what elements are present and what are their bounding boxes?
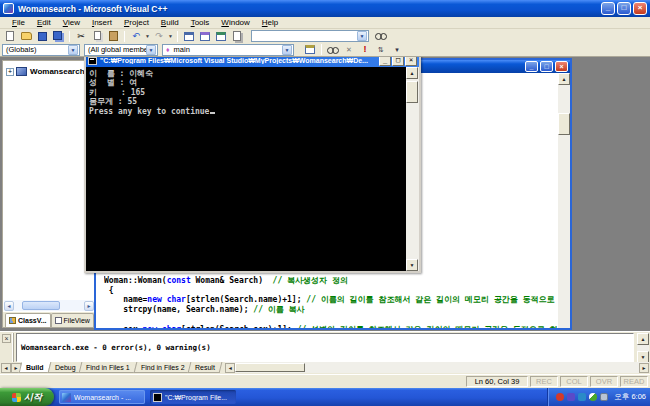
paste-button[interactable] <box>105 30 121 43</box>
output-pane[interactable]: Womansearch.exe - 0 error(s), 0 warning(… <box>16 333 634 362</box>
taskbar-item-vcpp[interactable]: Womansearch - ... <box>59 390 145 404</box>
tray-alert-icon[interactable] <box>556 393 564 401</box>
scroll-up-icon[interactable]: ▲ <box>637 333 649 345</box>
menu-arrow-icon: ▾ <box>395 46 399 53</box>
scroll-thumb[interactable] <box>558 113 570 135</box>
redo-dropdown[interactable]: ▼ <box>167 33 174 39</box>
tab-classview[interactable]: ClassV... <box>5 313 51 327</box>
output-vscrollbar[interactable]: ▲ ▼ <box>637 333 649 363</box>
wizard-bar: (Globals) ▼ (All global members) ▼ ♦ mai… <box>0 43 650 57</box>
scroll-down-icon[interactable]: ▼ <box>406 259 418 271</box>
start-button[interactable]: 시작 <box>0 388 54 406</box>
console-minimize-button[interactable]: _ <box>379 57 391 66</box>
workspace-tree-item[interactable]: + Womansearch <box>6 67 95 76</box>
editor-close-button[interactable]: × <box>555 61 568 72</box>
clock[interactable]: 오후 6:06 <box>614 392 646 402</box>
wizard-remove-button[interactable]: ✕ <box>341 43 357 56</box>
indicator-col: COL <box>560 376 588 387</box>
open-button[interactable] <box>18 30 34 43</box>
redo-button[interactable]: ↷ <box>151 30 167 43</box>
tab-find-in-files-2[interactable]: Find in Files 2 <box>133 362 191 373</box>
scroll-thumb[interactable] <box>406 81 418 103</box>
tree-expand-icon[interactable]: + <box>6 68 14 76</box>
scroll-thumb[interactable] <box>235 363 305 372</box>
tab-result[interactable]: Result <box>188 362 223 373</box>
main-titlebar[interactable]: Womansearch - Microsoft Visual C++ _ □ × <box>0 0 650 17</box>
menu-build[interactable]: Build <box>155 18 185 27</box>
console-maximize-button[interactable]: □ <box>392 57 404 66</box>
cut-button[interactable]: ✂ <box>73 30 89 43</box>
new-file-button[interactable] <box>2 30 18 43</box>
editor-minimize-button[interactable]: _ <box>525 61 538 72</box>
editor-restore-button[interactable]: □ <box>540 61 553 72</box>
console-cursor <box>210 112 215 114</box>
function-combo[interactable]: ♦ main ▼ <box>162 44 294 56</box>
menu-tools[interactable]: Tools <box>185 18 216 27</box>
tray-display-icon[interactable] <box>600 393 608 401</box>
scroll-left-icon[interactable]: ◄ <box>225 363 235 373</box>
console-line: 성 별 : 여 <box>89 78 406 87</box>
output-pane-button[interactable] <box>197 30 213 43</box>
undo-button[interactable]: ↶ <box>128 30 144 43</box>
menu-project[interactable]: Project <box>118 18 155 27</box>
menu-view[interactable]: View <box>57 18 86 27</box>
taskbar-item-console[interactable]: "C:₩Program File... <box>150 390 236 404</box>
window-list-button[interactable] <box>213 30 229 43</box>
standard-toolbar: ✂ ↶ ▼ ↷ ▼ ▼ <box>0 29 650 43</box>
console-window[interactable]: "C:₩Program Files₩Microsoft Visual Studi… <box>84 57 421 273</box>
search-in-files-button[interactable] <box>373 30 389 43</box>
code-text[interactable]: Woman::Woman(const Woman& Search) // 복사생… <box>104 276 557 328</box>
tab-debug[interactable]: Debug <box>47 362 82 373</box>
new-file-icon <box>6 31 14 41</box>
menu-edit[interactable]: Edit <box>31 18 57 27</box>
undo-dropdown[interactable]: ▼ <box>144 33 151 39</box>
scroll-thumb[interactable] <box>22 301 60 310</box>
workspace-pane-button[interactable] <box>181 30 197 43</box>
save-button[interactable] <box>34 30 50 43</box>
scroll-right-icon[interactable]: ► <box>84 301 94 311</box>
menu-insert[interactable]: Insert <box>86 18 118 27</box>
tab-find-in-files-1[interactable]: Find in Files 1 <box>79 362 137 373</box>
search-combo[interactable]: ▼ <box>251 30 369 42</box>
tray-ime-icon[interactable] <box>589 393 597 401</box>
goto-definition-button[interactable] <box>325 43 341 56</box>
scroll-left-icon[interactable]: ◄ <box>4 301 14 311</box>
restore-button[interactable]: □ <box>617 2 631 15</box>
tray-app-icon[interactable] <box>567 393 575 401</box>
members-combo-dropdown[interactable]: ▼ <box>146 45 156 55</box>
scroll-up-icon[interactable]: ▲ <box>558 73 570 85</box>
scroll-right-icon[interactable]: ► <box>639 363 649 373</box>
workspace-hscrollbar[interactable]: ◄ ► <box>4 300 94 311</box>
minimize-button[interactable]: _ <box>601 2 615 15</box>
tray-network-icon[interactable] <box>578 393 586 401</box>
wizard-menu-button[interactable]: ▾ <box>389 43 405 56</box>
function-combo-dropdown[interactable]: ▼ <box>282 45 292 55</box>
wizard-updown-button[interactable]: ⇅ <box>373 43 389 56</box>
class-combo-dropdown[interactable]: ▼ <box>68 45 78 55</box>
tab-fileview[interactable]: FileView <box>51 313 94 327</box>
execute-button[interactable]: ! <box>357 43 373 56</box>
members-combo[interactable]: (All global members) ▼ <box>84 44 158 56</box>
save-icon <box>38 32 47 41</box>
output-hscrollbar[interactable]: ◄ ► <box>225 362 649 373</box>
console-close-button[interactable]: × <box>405 57 417 66</box>
class-combo[interactable]: (Globals) ▼ <box>2 44 80 56</box>
toolbar-separator <box>69 31 70 42</box>
tab-build[interactable]: Build <box>19 362 51 373</box>
output-close-button[interactable]: × <box>2 334 11 343</box>
search-combo-dropdown[interactable]: ▼ <box>357 31 367 41</box>
editor-vscrollbar[interactable]: ▲ <box>558 73 570 328</box>
menu-file[interactable]: File <box>6 18 31 27</box>
close-button[interactable]: × <box>633 2 647 15</box>
console-titlebar[interactable]: "C:₩Program Files₩Microsoft Visual Studi… <box>86 57 419 67</box>
console-output[interactable]: 이 름 : 이혜숙 성 별 : 여 키 : 165 몸무게 : 55 Press… <box>86 67 406 271</box>
tabs-scroll-left-icon[interactable]: ◄ <box>1 363 11 373</box>
wizard-action-button[interactable] <box>302 43 318 56</box>
scroll-up-icon[interactable]: ▲ <box>406 67 418 79</box>
save-all-button[interactable] <box>50 30 66 43</box>
menu-window[interactable]: Window <box>215 18 255 27</box>
copy-button[interactable] <box>89 30 105 43</box>
console-vscrollbar[interactable]: ▲ ▼ <box>406 67 419 271</box>
find-in-files-button[interactable] <box>229 30 245 43</box>
menu-help[interactable]: Help <box>256 18 284 27</box>
